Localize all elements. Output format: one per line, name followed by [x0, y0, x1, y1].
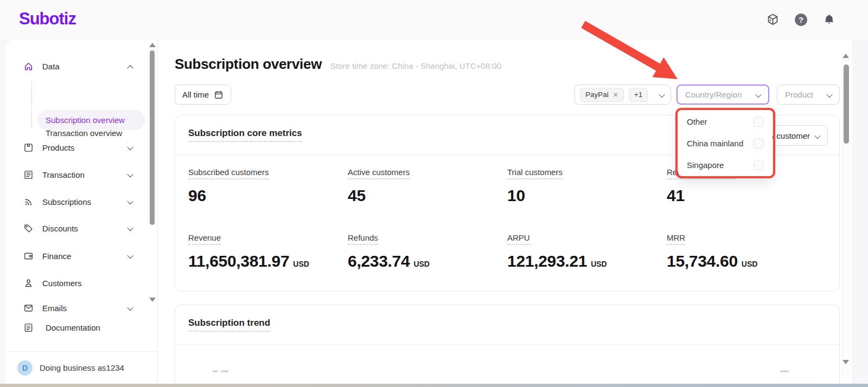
chevron-down-icon: [827, 90, 832, 99]
dropdown-option-singapore[interactable]: Singapore: [678, 154, 773, 176]
app-logo: Subotiz: [19, 9, 76, 29]
metric-label[interactable]: MRR: [667, 233, 685, 245]
product-box-icon: [23, 143, 34, 153]
sidebar-item-products[interactable]: Products: [5, 138, 141, 157]
checkbox[interactable]: [754, 138, 764, 149]
bell-icon[interactable]: [822, 12, 837, 27]
metric-unit: USD: [742, 260, 758, 268]
product-select[interactable]: Product: [777, 85, 840, 105]
account-switcher[interactable]: D Doing business as1234: [5, 351, 157, 384]
window-bottom-edge: [0, 384, 868, 387]
metric-label[interactable]: ARPU: [507, 233, 530, 245]
metric-value: 96: [188, 186, 206, 204]
main-scrollbar[interactable]: [842, 51, 850, 376]
checkbox[interactable]: [754, 117, 764, 127]
metric-value: 121,293.21: [507, 252, 587, 270]
metric-label[interactable]: Refunds: [348, 233, 378, 245]
sub-item-connector-line: [31, 81, 32, 128]
date-range-button[interactable]: All time: [175, 85, 231, 105]
sidebar-item-transaction[interactable]: Transaction: [5, 165, 141, 184]
chevron-up-icon: [128, 61, 132, 71]
sidebar-item-discounts[interactable]: Discounts: [5, 219, 141, 237]
checkbox[interactable]: [754, 160, 764, 170]
payment-filter[interactable]: PayPal ✕ +1: [575, 85, 671, 105]
package-icon[interactable]: [765, 12, 780, 27]
metric-subscribed-customers: Subscribed customers 96: [188, 167, 348, 205]
sidebar-nav: Data Transaction overview Subscription o…: [5, 40, 157, 313]
sidebar-scrollbar[interactable]: [149, 40, 156, 313]
sidebar-item-label: Subscription overview: [46, 115, 125, 125]
chevron-down-icon: [128, 170, 132, 179]
chevron-down-icon: [128, 223, 132, 233]
metric-value: 10: [507, 186, 525, 204]
dropdown-option-other[interactable]: Other: [678, 111, 773, 132]
scroll-down-icon[interactable]: [149, 298, 156, 302]
tag-label: +1: [634, 91, 642, 99]
sidebar-item-label: Transaction: [42, 170, 85, 179]
metric-refunds: Refunds 6,233.74USD: [348, 233, 507, 270]
sidebar-item-emails[interactable]: Emails: [5, 299, 141, 313]
chevron-down-icon: [815, 131, 820, 140]
dropdown-option-china-mainland[interactable]: China mainland: [678, 132, 773, 154]
sidebar-item-finance[interactable]: Finance: [5, 247, 141, 265]
option-label: Singapore: [687, 160, 724, 170]
metric-active-customers: Active customers 45: [348, 167, 507, 205]
scroll-down-icon[interactable]: [843, 360, 849, 364]
help-icon[interactable]: ?: [794, 12, 808, 27]
filter-tag-paypal[interactable]: PayPal ✕: [580, 88, 624, 102]
metric-label[interactable]: Active customers: [348, 167, 410, 179]
card-title: Subscription core metrics: [188, 128, 302, 142]
tag-label: PayPal: [585, 91, 609, 99]
option-label: Other: [687, 117, 707, 126]
metric-arpu: ARPU 121,293.21USD: [507, 233, 667, 270]
remove-tag-icon[interactable]: ✕: [613, 92, 618, 98]
document-icon: [23, 322, 34, 333]
sidebar-item-subscriptions[interactable]: Subscriptions: [5, 192, 141, 211]
country-region-dropdown: Other China mainland Singapore: [678, 110, 773, 176]
clipped-chart-fragment: [213, 370, 218, 372]
scrollbar-thumb[interactable]: [150, 50, 155, 225]
list-icon: [23, 170, 34, 180]
sidebar-item-documentation[interactable]: Documentation: [5, 319, 157, 337]
chevron-down-icon: [756, 90, 761, 99]
metric-unit: USD: [293, 260, 309, 268]
sidebar-item-data[interactable]: Data: [5, 57, 141, 75]
sidebar-item-label: Emails: [42, 304, 67, 313]
metric-revenue: Revenue 11,650,381.97USD: [188, 233, 348, 270]
option-label: China mainland: [687, 139, 743, 148]
country-region-placeholder: Country/Region: [685, 90, 742, 99]
chevron-down-icon: [128, 197, 132, 207]
scrollbar-thumb[interactable]: [844, 64, 849, 144]
home-icon: [23, 61, 34, 72]
country-region-select[interactable]: Country/Region: [676, 85, 769, 105]
metric-label[interactable]: Revenue: [188, 233, 221, 245]
timezone-note: Store time zone: China - Shanghai, UTC+0…: [330, 61, 501, 70]
metric-value: 41: [667, 186, 685, 204]
clipped-chart-fragment: [780, 370, 789, 372]
filter-tag-more[interactable]: +1: [629, 88, 648, 102]
metric-label[interactable]: Subscribed customers: [188, 167, 269, 179]
chevron-down-icon: [660, 90, 664, 100]
person-icon: [23, 278, 34, 288]
account-name: Doing business as1234: [40, 363, 124, 372]
chevron-down-icon: [128, 251, 132, 261]
scroll-up-icon[interactable]: [843, 54, 849, 58]
sidebar-item-subscription-overview[interactable]: Subscription overview: [37, 110, 145, 130]
calendar-icon: [214, 90, 224, 100]
rss-icon: [23, 197, 34, 207]
envelope-icon: [23, 303, 34, 313]
chevron-down-icon: [128, 143, 132, 152]
svg-text:?: ?: [799, 16, 803, 24]
metric-unit: USD: [413, 260, 430, 268]
metric-label[interactable]: Trial customers: [507, 167, 563, 179]
card-title: Subscription trend: [188, 318, 270, 332]
metric-mrr: MRR 15,734.60USD: [667, 233, 826, 270]
wallet-icon: [23, 251, 34, 261]
sidebar-item-customers[interactable]: Customers: [5, 274, 141, 292]
metric-trial-customers: Trial customers 10: [507, 167, 667, 205]
scroll-up-icon[interactable]: [149, 43, 156, 47]
metric-value: 11,650,381.97: [188, 252, 289, 270]
top-bar: Subotiz ?: [0, 0, 868, 40]
main-content: Subscription overview Store time zone: C…: [158, 40, 852, 387]
product-placeholder: Product: [785, 90, 813, 99]
